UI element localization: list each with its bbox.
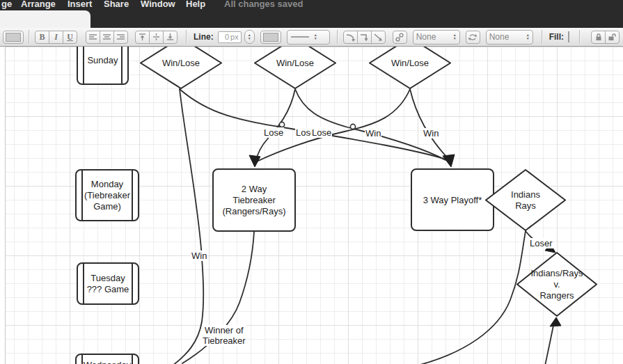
predefined-process-line [83, 264, 84, 303]
edge-label-winner-of-tiebreaker[interactable]: Winner of Tiebreaker [202, 325, 246, 346]
node-3way-playoff[interactable]: 3 Way Playoff* [411, 168, 494, 231]
node-label: 3 Way Playoff* [423, 195, 482, 205]
unlock-icon[interactable] [605, 31, 620, 44]
line-width-value: 0 [225, 33, 229, 41]
node-label: Tuesday ??? Game [87, 273, 129, 295]
edge-label-win[interactable]: Win [423, 128, 439, 139]
predefined-process-line [132, 171, 133, 220]
predefined-process-line [132, 264, 133, 303]
line-style-select[interactable]: ▲▼ [287, 30, 330, 45]
valign-middle-icon[interactable] [149, 31, 164, 44]
node-label: 2 Way Tiebreaker (Rangers/Rays) [222, 184, 285, 217]
node-label: Win/Lose [162, 58, 200, 68]
node-tuesday[interactable]: Tuesday ??? Game [77, 262, 139, 305]
bold-button[interactable]: B [35, 31, 49, 44]
node-winlose-3[interactable]: Win/Lose [369, 47, 451, 89]
fill-color-swatch[interactable] [568, 31, 569, 42]
menu-item-share[interactable]: Share [104, 0, 129, 9]
left-panel-edge [0, 47, 6, 364]
edge-label-win[interactable]: Win [365, 128, 381, 139]
line-width-unit: px [230, 33, 239, 41]
menu-item-arrange[interactable]: Arrange [21, 0, 56, 9]
predefined-process-line [83, 47, 84, 84]
toolbar-separator [186, 30, 187, 44]
connector-into-lower-diamond[interactable] [545, 322, 554, 364]
menu-item-help[interactable]: Help [186, 0, 205, 9]
line-start-value: None [416, 32, 436, 42]
predefined-process-line [132, 355, 133, 364]
lock-icon[interactable] [591, 31, 606, 44]
menu-item-insert[interactable]: Insert [68, 0, 92, 9]
connection-points-icon[interactable] [393, 31, 407, 44]
connector-d1-down[interactable] [173, 89, 203, 364]
edge-label-loser[interactable]: Loser [529, 238, 553, 248]
node-monday[interactable]: Monday (Tiebreaker Game) [75, 169, 139, 221]
arrowhead-3way [443, 155, 455, 167]
text-color-button[interactable] [3, 31, 24, 44]
underline-button[interactable]: U [63, 31, 77, 44]
predefined-process-line [121, 47, 123, 84]
node-winlose-1[interactable]: Win/Lose [140, 47, 222, 89]
edge-label-lose[interactable]: Lose [263, 127, 284, 138]
arrowhead-lower-diamond [550, 317, 561, 326]
line-width-label: Line: [194, 32, 214, 42]
straight-connector-icon[interactable] [371, 31, 386, 44]
edge-label-lose[interactable]: Lose [311, 127, 332, 138]
line-hop [279, 122, 284, 127]
text-color-swatch [6, 33, 21, 42]
align-center-icon[interactable] [100, 31, 114, 44]
document-tab[interactable] [0, 10, 90, 28]
line-color-swatch [263, 33, 278, 42]
node-label: Monday (Tiebreaker Game) [84, 179, 130, 212]
line-width-input[interactable]: 0 px [218, 31, 242, 43]
node-label: Win/Lose [391, 58, 429, 68]
line-width-stepper[interactable]: ▲▼ [244, 30, 255, 44]
menubar: ge Arrange Insert Share Window Help All … [0, 0, 623, 28]
menu-item-ge[interactable]: ge [1, 0, 12, 9]
line-start-select[interactable]: None ▲▼ [413, 30, 460, 45]
toolbar-separator [542, 30, 543, 44]
align-left-icon[interactable] [86, 31, 100, 44]
node-label: Wednesday [84, 360, 131, 364]
toolbar-separator [29, 30, 30, 44]
predefined-process-line [81, 355, 83, 364]
menu-item-window[interactable]: Window [141, 0, 175, 9]
format-toolbar: B I U Line: 0 px ▲▼ ▲▼ [0, 28, 623, 47]
elbow-connector-icon[interactable] [357, 31, 372, 44]
edge-label-win[interactable]: Win [191, 251, 207, 261]
toolbar-separator [579, 30, 581, 44]
italic-button[interactable]: I [49, 31, 63, 44]
line-hop [350, 124, 355, 129]
curved-connector-icon[interactable] [343, 31, 358, 44]
line-end-value: None [489, 32, 510, 42]
diagram-canvas[interactable]: Sunday Win/Lose Win/Lose Win/Lose Monday… [0, 47, 623, 364]
valign-bottom-icon[interactable] [163, 31, 178, 44]
node-label: Win/Lose [276, 58, 314, 68]
swap-endpoints-icon[interactable] [466, 31, 480, 44]
node-indians-rays[interactable]: Indians Rays [485, 169, 566, 231]
node-winlose-2[interactable]: Win/Lose [254, 47, 336, 89]
node-label: Indians Rays [511, 189, 540, 212]
predefined-process-line [81, 171, 83, 220]
node-sunday[interactable]: Sunday [77, 47, 129, 85]
node-label: Sunday [87, 55, 118, 66]
toolbar-separator [337, 30, 338, 44]
node-2way-tiebreaker[interactable]: 2 Way Tiebreaker (Rangers/Rays) [212, 168, 296, 232]
connector-indians-down[interactable] [418, 231, 526, 364]
align-right-icon[interactable] [113, 31, 128, 44]
line-end-select[interactable]: None ▲▼ [486, 30, 533, 45]
node-indians-rays-v-rangers[interactable]: Indians/Rays v. Rangers [516, 252, 597, 317]
line-color-button[interactable] [260, 31, 281, 44]
valign-top-icon[interactable] [135, 31, 150, 44]
save-status-text: All changes saved [224, 0, 303, 9]
connector-d1-to-3way[interactable] [180, 89, 446, 159]
node-label: Indians/Rays v. Rangers [528, 268, 586, 301]
node-wednesday[interactable]: Wednesday [75, 354, 139, 364]
fill-label: Fill: [549, 32, 564, 42]
